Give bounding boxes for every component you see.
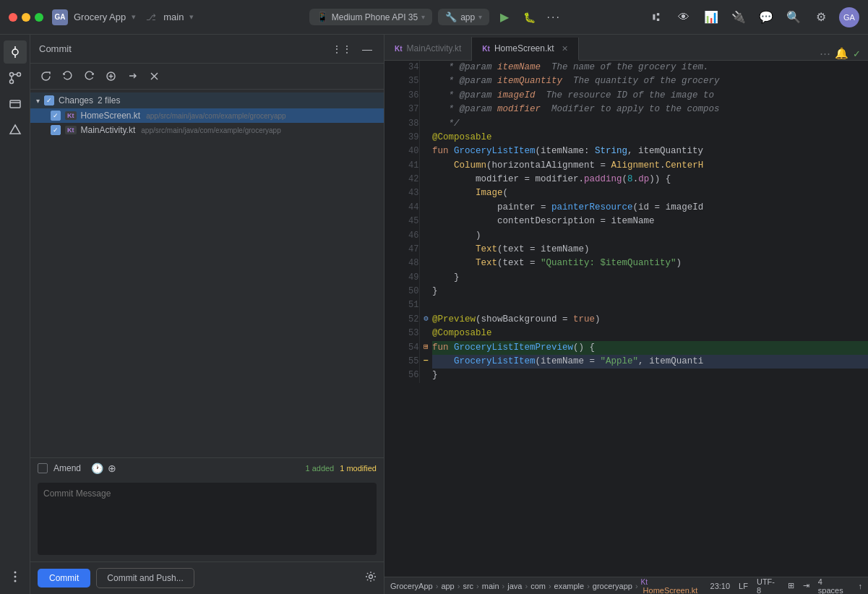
indent-selector[interactable]: ⇥: [803, 581, 809, 590]
close-window-button[interactable]: [9, 13, 17, 22]
tab-homescreen[interactable]: Kt HomeScreen.kt ✕: [472, 38, 578, 61]
breadcrumb-java[interactable]: java: [507, 582, 522, 590]
file-item-homescreen[interactable]: ✓ Kt HomeScreen.kt app/src/main/java/com…: [30, 108, 384, 123]
line-number: 41: [384, 159, 419, 173]
branch-name[interactable]: main: [163, 12, 184, 22]
maximize-window-button[interactable]: [35, 13, 43, 22]
svg-point-5: [9, 80, 13, 84]
mainactivity-checkbox[interactable]: ✓: [51, 125, 61, 135]
app-badge: GA: [52, 9, 68, 25]
device-manager-icon: 📊: [704, 10, 718, 24]
plugins-icon: 🔌: [731, 10, 746, 24]
close-toolbar-button[interactable]: [145, 67, 163, 86]
kt-badge-home: Kt: [67, 112, 74, 119]
settings-button[interactable]: ⚙: [812, 8, 830, 27]
commit-and-push-button[interactable]: Commit and Push...: [96, 568, 194, 588]
minimize-panel-button[interactable]: —: [359, 42, 375, 56]
recent-files-button[interactable]: ⋯: [820, 47, 830, 60]
breadcrumb-groceryapp2[interactable]: groceryapp: [593, 582, 632, 590]
cursor-position[interactable]: 23:10: [710, 582, 731, 590]
amend-add-button[interactable]: ⊕: [108, 462, 116, 474]
vcs-icon: ⑆: [653, 11, 660, 24]
profiler-button[interactable]: 👁: [674, 8, 693, 27]
rollback-button[interactable]: [80, 67, 98, 86]
notifications-button[interactable]: 🔔: [835, 47, 848, 60]
sidebar-icon-build[interactable]: [4, 119, 27, 142]
indentation[interactable]: 4 spaces: [818, 577, 850, 595]
refresh-button[interactable]: [36, 67, 55, 86]
code-cell: GroceryListItem(itemName = "Apple", item…: [432, 355, 868, 369]
tab-homescreen-close[interactable]: ✕: [562, 44, 568, 53]
git-status-icon[interactable]: ↑: [859, 582, 863, 590]
app-selector[interactable]: 🔧 app ▾: [438, 9, 489, 25]
show-diff-button[interactable]: [101, 67, 120, 86]
breadcrumb-groceryapp[interactable]: GroceryApp: [390, 582, 433, 590]
svg-point-4: [17, 73, 20, 77]
sep7: ›: [587, 582, 590, 590]
more-run-options[interactable]: ···: [544, 8, 563, 27]
code-content[interactable]: 34 * @param itemName The name of the gro…: [384, 61, 868, 577]
breadcrumb-main[interactable]: main: [482, 582, 499, 590]
file-item-mainactivity[interactable]: ✓ Kt MainActivity.kt app/src/main/java/c…: [30, 123, 384, 137]
options-button[interactable]: ⋮⋮: [329, 42, 355, 56]
undo-button[interactable]: [58, 67, 77, 86]
breadcrumb: GroceryApp › app › src › main › java › c…: [390, 577, 706, 595]
vcs-button[interactable]: ⑆: [647, 8, 666, 27]
table-row: 37 * @param modifier Modifier to apply t…: [384, 103, 868, 116]
sidebar-icon-project[interactable]: [4, 92, 27, 116]
debug-button[interactable]: 🐛: [520, 8, 538, 27]
homescreen-checkbox[interactable]: ✓: [51, 111, 61, 121]
device-manager-button[interactable]: 📊: [702, 8, 721, 27]
status-right: 23:10 LF UTF-8 ⊞ ⇥ 4 spaces ↑: [710, 577, 862, 595]
line-gutter: [419, 159, 432, 173]
group-checkbox[interactable]: ✓: [44, 95, 54, 106]
column-selector[interactable]: ⊞: [788, 581, 794, 590]
svg-point-10: [14, 580, 16, 582]
sidebar-icon-more[interactable]: [4, 565, 27, 588]
changes-group-header[interactable]: ▾ ✓ Changes 2 files: [30, 92, 384, 108]
expand-button[interactable]: [123, 67, 142, 86]
breadcrumb-com[interactable]: com: [530, 582, 546, 590]
line-gutter: [419, 103, 432, 116]
minimize-window-button[interactable]: [22, 13, 30, 22]
table-row: 56 }: [384, 369, 868, 382]
sidebar-icon-git[interactable]: [4, 66, 27, 90]
code-cell: }: [432, 271, 868, 285]
amend-checkbox[interactable]: [38, 463, 48, 473]
assistant-button[interactable]: 💬: [757, 8, 775, 27]
tab-homescreen-label: HomeScreen.kt: [494, 43, 554, 53]
plugins-button[interactable]: 🔌: [729, 8, 748, 27]
homescreen-file-path: app/src/main/java/com/example/groceryapp: [146, 112, 285, 120]
commit-message-area: [30, 478, 384, 561]
phone-icon: 📱: [317, 12, 328, 22]
commit-settings-button[interactable]: [365, 571, 377, 585]
device-selector[interactable]: 📱 Medium Phone API 35 ▾: [309, 9, 432, 25]
amend-history-button[interactable]: 🕐: [91, 462, 103, 474]
run-button[interactable]: ▶: [495, 8, 514, 27]
avatar[interactable]: GA: [839, 7, 859, 27]
table-row: 47 Text(text = itemName): [384, 243, 868, 257]
line-number: 54: [384, 341, 419, 355]
breadcrumb-src[interactable]: src: [463, 582, 473, 590]
commit-button[interactable]: Commit: [38, 569, 90, 587]
line-gutter: [419, 131, 432, 145]
diff-icon: ⊞: [424, 343, 429, 351]
line-number: 56: [384, 369, 419, 382]
breadcrumb-file[interactable]: Kt HomeScreen.kt: [641, 577, 706, 595]
line-number: 40: [384, 145, 419, 158]
line-number: 35: [384, 74, 419, 88]
kt-badge-main: Kt: [67, 126, 74, 134]
commit-message-input[interactable]: [38, 483, 377, 555]
settings-icon: ⚙: [816, 10, 826, 24]
search-button[interactable]: 🔍: [784, 8, 803, 27]
table-row: 42 modifier = modifier.padding(8.dp)) {: [384, 173, 868, 186]
sidebar-icon-vcs[interactable]: [4, 40, 27, 64]
check-icon: ✓: [853, 48, 861, 59]
breadcrumb-app[interactable]: app: [441, 582, 454, 590]
encoding[interactable]: UTF-8: [757, 577, 779, 595]
line-ending[interactable]: LF: [739, 582, 748, 590]
group-chevron-icon: ▾: [36, 97, 40, 105]
breadcrumb-example[interactable]: example: [554, 582, 585, 590]
tab-mainactivity[interactable]: Kt MainActivity.kt: [384, 37, 472, 60]
sep2: ›: [457, 582, 460, 590]
